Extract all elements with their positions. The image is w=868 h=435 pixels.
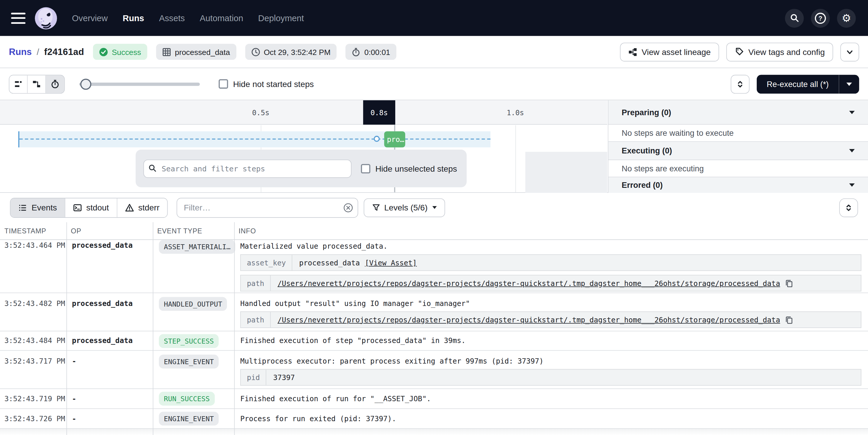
log-panel-resize-button[interactable] (839, 198, 858, 217)
search-icon (148, 164, 156, 172)
waterfall-icon (32, 80, 41, 88)
caret-down-icon (849, 183, 855, 186)
hide-not-started-checkbox[interactable] (219, 79, 228, 89)
col-op: OP (66, 227, 153, 235)
reexecute-all-button[interactable]: Re-execute all (*) (757, 75, 839, 93)
kv-key: path (241, 276, 271, 291)
executing-section-body: No steps are executing (609, 160, 868, 177)
preparing-section-header[interactable]: Preparing (0) (609, 100, 868, 125)
event-type-chip: ENGINE_EVENT (159, 412, 219, 426)
funnel-icon (372, 203, 380, 212)
col-info: INFO (234, 227, 868, 235)
executing-section-header[interactable]: Executing (0) (609, 142, 868, 160)
kv-key: pid (241, 370, 267, 385)
up-down-chevrons-icon (844, 203, 853, 212)
events-toolbar: Events stdout stderr Levels (5/6) (0, 193, 868, 222)
nav-item-runs[interactable]: Runs (123, 13, 144, 23)
reexecute-split-button: Re-execute all (*) (757, 75, 859, 93)
path-link[interactable]: /Users/neverett/projects/repos/dagster-p… (278, 316, 780, 324)
caret-down-icon (849, 149, 855, 152)
view-mode-flat-button[interactable] (9, 75, 28, 93)
event-row[interactable]: 3:52:43.719 PM - RUN_SUCCESS Finished ex… (0, 389, 868, 409)
search-button[interactable] (785, 8, 804, 27)
step-start-dot (374, 136, 380, 142)
event-info-text: Finished execution of run for "__ASSET_J… (240, 395, 861, 403)
event-timestamp: 3:52:43.719 PM (4, 395, 65, 403)
levels-filter-button[interactable]: Levels (5/6) (364, 198, 445, 217)
event-info-text: Handled output "result" using IO manager… (240, 299, 861, 308)
zoom-slider[interactable] (79, 75, 200, 93)
search-icon (789, 13, 799, 23)
view-mode-timed-button[interactable] (46, 75, 64, 93)
hide-not-started-label: Hide not started steps (233, 79, 314, 89)
event-type-chip: RUN_SUCCESS (159, 392, 215, 406)
step-bar-processed-data[interactable]: pro… (384, 132, 405, 148)
path-link[interactable]: /Users/neverett/projects/repos/dagster-p… (278, 279, 780, 287)
tab-events[interactable]: Events (10, 198, 65, 217)
timeline-overflow-region (525, 152, 607, 193)
view-asset-link[interactable]: [View Asset] (365, 258, 417, 267)
event-op: - (72, 357, 76, 365)
asset-tag[interactable]: processed_data (156, 44, 236, 60)
breadcrumb-runs-link[interactable]: Runs (9, 47, 32, 57)
dagster-logo-icon[interactable] (34, 6, 58, 30)
view-asset-lineage-button[interactable]: View asset lineage (620, 42, 719, 61)
events-table: TIMESTAMP OP EVENT TYPE INFO 3:52:43.464… (0, 222, 868, 435)
copy-icon[interactable] (785, 316, 794, 324)
hide-unselected-checkbox[interactable] (361, 164, 370, 173)
run-actions-menu-button[interactable] (840, 42, 859, 61)
lineage-icon (628, 47, 637, 56)
event-timestamp: 3:52:43.717 PM (4, 357, 65, 365)
event-row[interactable]: 3:52:43.482 PM processed_data HANDLED_OU… (0, 293, 868, 331)
copy-icon[interactable] (785, 279, 794, 287)
help-button[interactable]: ? (811, 8, 830, 27)
nav-item-assets[interactable]: Assets (159, 13, 185, 23)
table-icon (162, 47, 171, 56)
run-id: f24161ad (44, 47, 84, 57)
chevron-down-icon (433, 206, 437, 209)
gantt-toolbar: Hide not started steps Re-execute all (*… (0, 68, 868, 100)
tag-icon (734, 47, 744, 56)
table-bottom-fade (0, 429, 868, 435)
axis-tick-10: 1.0s (507, 100, 524, 125)
zoom-slider-track[interactable] (79, 82, 200, 86)
event-list-icon (18, 203, 27, 212)
tab-stdout[interactable]: stdout (65, 198, 117, 217)
settings-button[interactable]: ⚙ (837, 8, 856, 27)
event-op: - (72, 395, 76, 403)
view-mode-waterfall-button[interactable] (28, 75, 46, 93)
clock-icon (251, 47, 260, 56)
kv-key: path (241, 312, 271, 327)
event-timestamp: 3:52:43.726 PM (4, 414, 65, 423)
run-header: Runs / f24161ad Success processed_data O… (0, 36, 868, 68)
event-info-text: Materialized value processed_data. (240, 242, 861, 251)
path-row: path /Users/neverett/projects/repos/dags… (240, 311, 861, 328)
breadcrumb-separator: / (37, 47, 39, 57)
col-event-type: EVENT TYPE (153, 227, 234, 235)
nav-item-automation[interactable]: Automation (200, 13, 243, 23)
view-mode-toggle (9, 75, 65, 93)
event-row[interactable]: 3:52:43.726 PM - ENGINE_EVENT Process fo… (0, 409, 868, 429)
log-view-tabs: Events stdout stderr (10, 198, 168, 218)
errored-section-header[interactable]: Errored (0) (609, 177, 868, 193)
menu-icon[interactable] (11, 12, 26, 24)
event-row[interactable]: 3:52:43.717 PM - ENGINE_EVENT Multiproce… (0, 351, 868, 389)
step-search-input[interactable] (143, 159, 351, 177)
duration-tag: 0:00:01 (346, 44, 396, 60)
nav-item-overview[interactable]: Overview (72, 13, 108, 23)
log-filter-input[interactable] (177, 198, 358, 218)
tab-stderr[interactable]: stderr (117, 198, 167, 217)
zoom-slider-handle[interactable] (80, 79, 91, 90)
dependency-dashed-line (20, 139, 490, 140)
gantt-time-axis: 0.5s 1.0s (0, 100, 607, 125)
stopwatch-icon (51, 79, 60, 89)
terminal-icon (73, 203, 82, 212)
reexecute-menu-button[interactable] (839, 75, 859, 93)
event-row[interactable]: 3:52:43.484 PM processed_data STEP_SUCCE… (0, 331, 868, 351)
kv-value: processed_data (299, 258, 360, 267)
nav-item-deployment[interactable]: Deployment (258, 13, 304, 23)
event-row[interactable]: 3:52:43.464 PM processed_data ASSET_MATE… (0, 240, 868, 293)
panel-resize-button[interactable] (731, 75, 749, 93)
clear-filter-icon[interactable] (343, 203, 353, 212)
view-tags-config-button[interactable]: View tags and config (726, 42, 833, 61)
